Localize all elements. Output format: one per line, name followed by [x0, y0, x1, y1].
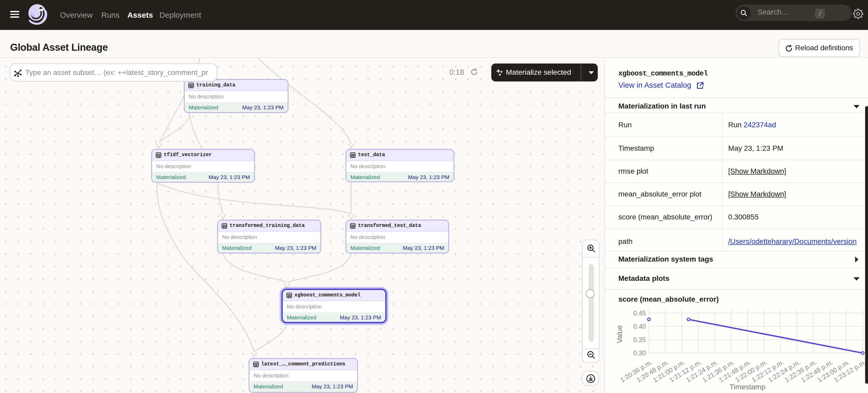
svg-text:0.45: 0.45: [633, 309, 646, 317]
svg-text:0.30: 0.30: [633, 349, 646, 357]
svg-text:0.40: 0.40: [633, 323, 646, 330]
svg-text:0.35: 0.35: [633, 336, 646, 343]
svg-text:Timestamp: Timestamp: [730, 383, 766, 391]
svg-text:Value: Value: [616, 325, 623, 343]
